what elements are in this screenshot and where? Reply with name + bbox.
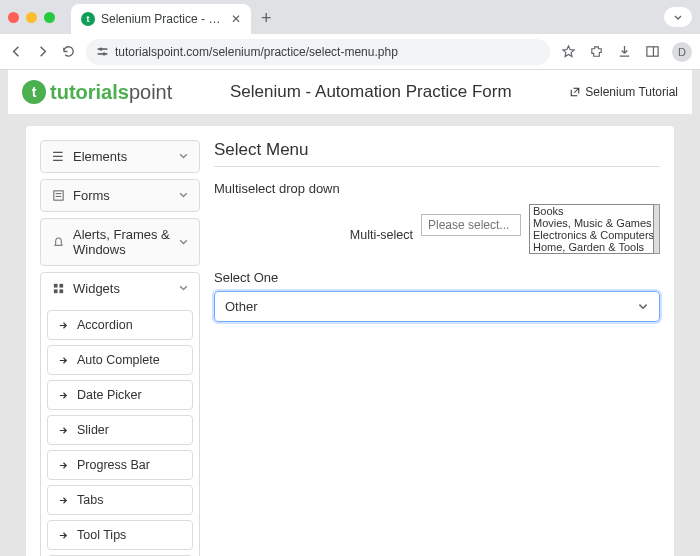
logo-text-2: point bbox=[129, 81, 172, 103]
site-settings-icon[interactable] bbox=[96, 45, 109, 58]
sidebar-item-tabs[interactable]: Tabs bbox=[47, 485, 193, 515]
grid-icon bbox=[51, 282, 65, 295]
sidebar-item-label: Accordion bbox=[77, 318, 133, 332]
url-text: tutorialspoint.com/selenium/practice/sel… bbox=[115, 45, 398, 59]
sidebar-item-progress-bar[interactable]: Progress Bar bbox=[47, 450, 193, 480]
chevron-down-icon bbox=[178, 283, 189, 294]
svg-point-3 bbox=[103, 52, 106, 55]
sidebar-item-auto-complete[interactable]: Auto Complete bbox=[47, 345, 193, 375]
arrow-right-icon bbox=[58, 320, 69, 331]
arrow-right-icon bbox=[58, 530, 69, 541]
sidebar-item-date-picker[interactable]: Date Picker bbox=[47, 380, 193, 410]
sidebar-group-alerts[interactable]: Alerts, Frames & Windows bbox=[40, 218, 200, 266]
chevron-down-icon bbox=[178, 190, 189, 201]
svg-rect-12 bbox=[59, 289, 63, 293]
sidebar-item-label: Date Picker bbox=[77, 388, 142, 402]
sidebar-item-label: Slider bbox=[77, 423, 109, 437]
multiselect-option[interactable]: Home, Garden & Tools bbox=[530, 241, 653, 253]
arrow-right-icon bbox=[58, 425, 69, 436]
svg-rect-6 bbox=[53, 191, 62, 200]
svg-rect-4 bbox=[646, 47, 657, 56]
sidebar-group-widgets[interactable]: Widgets AccordionAuto CompleteDate Picke… bbox=[40, 272, 200, 556]
sidebar-item-tool-tips[interactable]: Tool Tips bbox=[47, 520, 193, 550]
close-tab-icon[interactable]: ✕ bbox=[231, 12, 241, 26]
downloads-icon[interactable] bbox=[616, 44, 632, 60]
new-tab-button[interactable]: + bbox=[261, 8, 272, 29]
page-body: t tutorialspoint Selenium - Automation P… bbox=[0, 70, 700, 556]
sidebar-item-slider[interactable]: Slider bbox=[47, 415, 193, 445]
multiselect-field-label: Multi-select bbox=[350, 204, 413, 242]
browser-toolbar: tutorialspoint.com/selenium/practice/sel… bbox=[0, 34, 700, 70]
sidebar-item-accordion[interactable]: Accordion bbox=[47, 310, 193, 340]
site-header: t tutorialspoint Selenium - Automation P… bbox=[8, 70, 692, 114]
minimize-window-icon[interactable] bbox=[26, 12, 37, 23]
page-title: Selenium - Automation Practice Form bbox=[172, 82, 569, 102]
svg-point-2 bbox=[99, 47, 102, 50]
side-panel-icon[interactable] bbox=[644, 44, 660, 60]
sidebar-group-elements[interactable]: ☰ Elements bbox=[40, 140, 200, 173]
multiselect-heading: Multiselect drop down bbox=[214, 181, 660, 196]
multiselect-option[interactable]: Books bbox=[530, 205, 653, 217]
browser-tab[interactable]: t Selenium Practice - Select M ✕ bbox=[71, 4, 251, 34]
svg-rect-9 bbox=[53, 284, 57, 288]
chevron-down-icon bbox=[178, 237, 189, 248]
tab-overflow-icon[interactable] bbox=[664, 7, 692, 27]
extensions-icon[interactable] bbox=[588, 44, 604, 60]
site-logo[interactable]: t tutorialspoint bbox=[22, 80, 172, 104]
reload-button[interactable] bbox=[60, 44, 76, 60]
select-one-dropdown[interactable]: Other bbox=[214, 291, 660, 322]
back-button[interactable] bbox=[8, 44, 24, 60]
sidebar-item-label: Progress Bar bbox=[77, 458, 150, 472]
form-icon bbox=[51, 189, 65, 202]
select-one-value: Other bbox=[225, 299, 637, 314]
profile-avatar[interactable]: D bbox=[672, 42, 692, 62]
main-heading: Select Menu bbox=[214, 140, 660, 167]
tab-title: Selenium Practice - Select M bbox=[101, 12, 225, 26]
scrollbar[interactable] bbox=[654, 204, 660, 254]
zoom-window-icon[interactable] bbox=[44, 12, 55, 23]
multiselect-listbox[interactable]: BooksMovies, Music & GamesElectronics & … bbox=[529, 204, 654, 254]
svg-rect-11 bbox=[53, 289, 57, 293]
external-link-icon bbox=[569, 86, 581, 98]
menu-icon: ☰ bbox=[51, 149, 65, 164]
svg-rect-10 bbox=[59, 284, 63, 288]
address-bar[interactable]: tutorialspoint.com/selenium/practice/sel… bbox=[86, 39, 550, 65]
sidebar: ☰ Elements Forms Alerts, Frames & Window… bbox=[40, 140, 200, 556]
bookmark-icon[interactable] bbox=[560, 44, 576, 60]
select-one-label: Select One bbox=[214, 270, 660, 285]
close-window-icon[interactable] bbox=[8, 12, 19, 23]
sidebar-item-label: Tabs bbox=[77, 493, 103, 507]
bell-icon bbox=[51, 236, 65, 249]
arrow-right-icon bbox=[58, 355, 69, 366]
arrow-right-icon bbox=[58, 460, 69, 471]
multiselect-option[interactable]: Electronics & Computers bbox=[530, 229, 653, 241]
selenium-tutorial-link[interactable]: Selenium Tutorial bbox=[569, 85, 678, 99]
chevron-down-icon bbox=[637, 301, 649, 313]
browser-tab-bar: t Selenium Practice - Select M ✕ + bbox=[0, 0, 700, 34]
logo-text-1: tutorials bbox=[50, 81, 129, 103]
multiselect-option[interactable]: Movies, Music & Games bbox=[530, 217, 653, 229]
chevron-down-icon bbox=[178, 151, 189, 162]
arrow-right-icon bbox=[58, 495, 69, 506]
arrow-right-icon bbox=[58, 390, 69, 401]
main-content: Select Menu Multiselect drop down Multi-… bbox=[214, 140, 660, 556]
logo-icon: t bbox=[22, 80, 46, 104]
favicon-icon: t bbox=[81, 12, 95, 26]
window-controls bbox=[8, 12, 55, 23]
sidebar-item-label: Auto Complete bbox=[77, 353, 160, 367]
sidebar-group-forms[interactable]: Forms bbox=[40, 179, 200, 212]
sidebar-item-label: Tool Tips bbox=[77, 528, 126, 542]
forward-button[interactable] bbox=[34, 44, 50, 60]
multiselect-input[interactable] bbox=[421, 214, 521, 236]
